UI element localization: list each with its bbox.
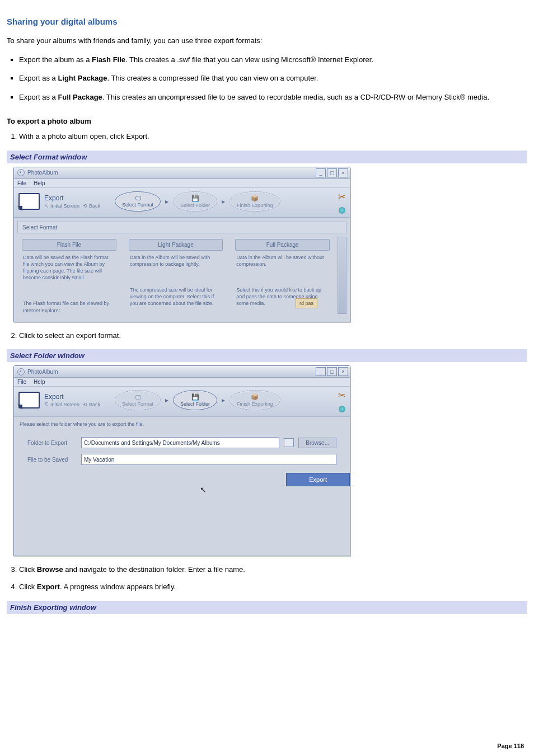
close-button[interactable]: × xyxy=(338,367,348,376)
list-item: Export the album as a Flash File. This c… xyxy=(19,54,527,65)
wizard-header: Export ↸ Initial Screen ⟲ Back 🖵 Select … xyxy=(14,188,350,218)
file-row: File to be Saved xyxy=(27,454,336,465)
text: . This creates an uncompressed file to b… xyxy=(102,93,489,101)
menu-bar: File Help xyxy=(14,378,350,387)
scroll-indicator-icon xyxy=(339,406,345,412)
wizard-header: Export ↸ Initial Screen ⟲ Back 🖵 Select … xyxy=(14,387,350,416)
menu-file[interactable]: File xyxy=(17,180,26,186)
step-finish-exporting[interactable]: 📦 Finish Exporting xyxy=(229,390,280,410)
menu-help[interactable]: Help xyxy=(34,180,45,186)
text: . A progress window appears briefly. xyxy=(60,583,176,591)
step-finish-exporting[interactable]: 📦 Finish Exporting xyxy=(229,191,280,212)
intro-text: To share your albums with friends and fa… xyxy=(7,35,527,46)
scrollbar[interactable] xyxy=(338,237,346,314)
step-label: Select Format xyxy=(122,202,153,208)
folder-label: Folder to Export xyxy=(27,440,81,446)
step-select-format[interactable]: 🖵 Select Format xyxy=(115,390,161,410)
option-light-package: Light Package Data in the Album will be … xyxy=(124,237,228,314)
list-item: Click Browse and navigate to the destina… xyxy=(19,564,527,576)
browse-button[interactable]: Browse... xyxy=(298,438,336,448)
scissors-icon[interactable]: ✂ xyxy=(338,390,345,401)
text-bold: Light Package xyxy=(58,74,107,82)
option-flash-file: Flash File Data will be saved as the Fla… xyxy=(17,237,121,314)
step-icon: 💾 xyxy=(191,195,199,202)
page-number: Page 118 xyxy=(497,743,524,749)
option-desc: Data in the Album will be saved with com… xyxy=(124,254,228,267)
step-icon: 📦 xyxy=(251,393,259,401)
folder-icon[interactable] xyxy=(284,438,294,447)
minimize-button[interactable]: _ xyxy=(316,168,326,177)
caption-select-format: Select Format window xyxy=(7,151,527,163)
select-format-window: PhotoAlbum _ ▢ × File Help Export ↸ Init… xyxy=(13,167,350,322)
page-title: Sharing your digital albums xyxy=(7,17,527,26)
step-label: Finish Exporting xyxy=(237,203,273,208)
minimize-button[interactable]: _ xyxy=(316,367,326,376)
window-title: PhotoAlbum xyxy=(27,170,58,176)
list-item: Export as a Full Package. This creates a… xyxy=(19,92,527,103)
export-button[interactable]: Export xyxy=(286,473,350,486)
chevron-right-icon: ▸ xyxy=(222,396,225,404)
app-icon xyxy=(17,169,25,176)
menu-file[interactable]: File xyxy=(17,379,26,385)
folder-input[interactable] xyxy=(81,437,279,448)
chevron-right-icon: ▸ xyxy=(165,396,168,404)
initial-screen-link[interactable]: ↸ Initial Screen xyxy=(44,203,79,209)
list-item: Click Export. A progress window appears … xyxy=(19,581,527,593)
wizard-title: Export xyxy=(44,393,100,401)
initial-screen-link[interactable]: ↸ Initial Screen xyxy=(44,402,79,407)
chevron-right-icon: ▸ xyxy=(222,198,225,205)
app-icon xyxy=(17,368,25,375)
filename-input[interactable] xyxy=(81,454,336,465)
option-note: The Flash format file can be viewed by I… xyxy=(17,300,121,313)
caption-select-folder: Select Folder window xyxy=(7,349,527,362)
procedure-list: Click to select an export format. xyxy=(19,330,527,342)
text: Click xyxy=(19,565,37,574)
option-note: Select this if you would like to back up… xyxy=(231,287,334,307)
instruction-text: Please select the folder where you are t… xyxy=(14,417,350,431)
close-button[interactable]: × xyxy=(338,168,348,177)
text: . This creates a .swf file that you can … xyxy=(125,55,373,64)
scroll-indicator-icon xyxy=(339,207,345,214)
album-thumbnail-icon xyxy=(18,193,40,210)
window-titlebar: PhotoAlbum _ ▢ × xyxy=(14,167,350,179)
text-bold: Export xyxy=(37,583,60,591)
menu-bar: File Help xyxy=(14,179,350,188)
option-desc: Data in the Album will be saved without … xyxy=(231,254,334,267)
list-item: Export as a Light Package. This creates … xyxy=(19,73,527,84)
step-icon: 🖵 xyxy=(135,195,141,201)
text-bold: Browse xyxy=(37,565,63,574)
text: . This creates a compressed file that yo… xyxy=(107,74,318,82)
window-title: PhotoAlbum xyxy=(27,369,58,375)
option-full-package: Full Package Data in the Album will be s… xyxy=(231,237,334,314)
step-select-folder[interactable]: 💾 Select Folder xyxy=(173,390,217,410)
step-icon: 📦 xyxy=(251,195,259,202)
text: Export the album as a xyxy=(19,55,92,64)
cursor-icon: ↖ xyxy=(200,485,207,494)
back-link[interactable]: ⟲ Back xyxy=(83,203,100,209)
format-list: Export the album as a Flash File. This c… xyxy=(19,54,527,103)
step-label: Finish Exporting xyxy=(237,401,273,407)
tooltip: rd pas xyxy=(296,298,317,308)
flash-file-button[interactable]: Flash File xyxy=(22,239,116,251)
step-label: Select Folder xyxy=(180,401,210,407)
step-label: Select Format xyxy=(122,401,153,407)
light-package-button[interactable]: Light Package xyxy=(129,239,223,251)
step-icon: 🖵 xyxy=(135,394,141,401)
step-label: Select Folder xyxy=(180,203,210,208)
text: Export as a xyxy=(19,74,58,82)
text-bold: Full Package xyxy=(58,93,102,101)
panel-title: Select Format xyxy=(17,222,346,233)
maximize-button[interactable]: ▢ xyxy=(327,367,337,376)
option-note: The compressed size will be ideal for vi… xyxy=(124,287,228,307)
step-select-folder[interactable]: 💾 Select Folder xyxy=(173,191,217,212)
folder-row: Folder to Export Browse... xyxy=(27,437,336,448)
step-select-format[interactable]: 🖵 Select Format xyxy=(115,191,161,212)
menu-help[interactable]: Help xyxy=(34,379,45,385)
list-item: Click to select an export format. xyxy=(19,330,527,342)
maximize-button[interactable]: ▢ xyxy=(327,168,337,177)
back-link[interactable]: ⟲ Back xyxy=(83,402,100,407)
scissors-icon[interactable]: ✂ xyxy=(338,191,345,202)
full-package-button[interactable]: Full Package xyxy=(235,239,330,251)
list-item: With a a photo album open, click Export. xyxy=(19,131,527,143)
option-desc: Data will be saved as the Flash format f… xyxy=(17,254,121,281)
